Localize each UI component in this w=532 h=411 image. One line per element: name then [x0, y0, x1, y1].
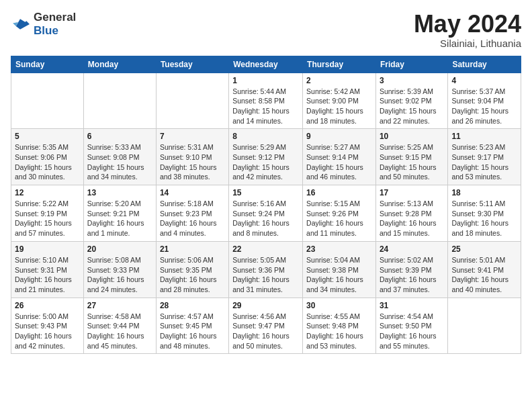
- day-info: Sunrise: 4:55 AMSunset: 9:48 PMDaylight:…: [306, 312, 372, 351]
- empty-cell: [448, 298, 521, 354]
- day-info: Sunrise: 5:23 AMSunset: 9:17 PMDaylight:…: [451, 142, 517, 182]
- day-number: 22: [232, 244, 299, 254]
- day-number: 20: [87, 244, 152, 254]
- day-info: Sunrise: 5:22 AMSunset: 9:19 PMDaylight:…: [15, 199, 80, 238]
- day-number: 7: [160, 132, 225, 141]
- empty-cell: [83, 73, 156, 129]
- week-row-2: 5Sunrise: 5:35 AMSunset: 9:06 PMDaylight…: [11, 129, 521, 185]
- weekday-header-tuesday: Tuesday: [156, 56, 228, 73]
- day-cell-12: 12Sunrise: 5:22 AMSunset: 9:19 PMDayligh…: [11, 185, 84, 242]
- day-number: 14: [160, 188, 225, 197]
- day-number: 6: [87, 132, 152, 141]
- day-cell-20: 20Sunrise: 5:08 AMSunset: 9:33 PMDayligh…: [83, 241, 156, 298]
- day-number: 18: [451, 188, 517, 197]
- empty-cell: [11, 73, 84, 129]
- day-number: 15: [232, 188, 299, 197]
- day-number: 1: [232, 76, 299, 85]
- day-cell-5: 5Sunrise: 5:35 AMSunset: 9:06 PMDaylight…: [11, 129, 84, 185]
- day-number: 4: [451, 76, 517, 85]
- day-number: 27: [87, 301, 152, 310]
- day-cell-25: 25Sunrise: 5:01 AMSunset: 9:41 PMDayligh…: [448, 241, 521, 298]
- week-row-4: 19Sunrise: 5:10 AMSunset: 9:31 PMDayligh…: [11, 241, 521, 298]
- day-cell-9: 9Sunrise: 5:27 AMSunset: 9:14 PMDaylight…: [303, 129, 376, 185]
- day-info: Sunrise: 4:58 AMSunset: 9:44 PMDaylight:…: [87, 312, 152, 351]
- calendar-table: SundayMondayTuesdayWednesdayThursdayFrid…: [11, 56, 521, 355]
- day-info: Sunrise: 5:25 AMSunset: 9:15 PMDaylight:…: [380, 142, 444, 182]
- day-cell-27: 27Sunrise: 4:58 AMSunset: 9:44 PMDayligh…: [83, 298, 156, 354]
- weekday-header-friday: Friday: [375, 56, 447, 73]
- day-number: 16: [306, 188, 372, 197]
- day-info: Sunrise: 5:11 AMSunset: 9:30 PMDaylight:…: [451, 199, 517, 238]
- day-info: Sunrise: 5:31 AMSunset: 9:10 PMDaylight:…: [160, 142, 225, 182]
- logo-general-label: General: [34, 11, 76, 24]
- day-cell-28: 28Sunrise: 4:57 AMSunset: 9:45 PMDayligh…: [156, 298, 228, 354]
- day-number: 30: [306, 301, 372, 310]
- day-cell-15: 15Sunrise: 5:16 AMSunset: 9:24 PMDayligh…: [229, 185, 303, 242]
- day-cell-26: 26Sunrise: 5:00 AMSunset: 9:43 PMDayligh…: [11, 298, 84, 354]
- day-cell-31: 31Sunrise: 4:54 AMSunset: 9:50 PMDayligh…: [375, 298, 447, 354]
- day-cell-2: 2Sunrise: 5:42 AMSunset: 9:00 PMDaylight…: [303, 73, 376, 129]
- weekday-header-saturday: Saturday: [448, 56, 521, 73]
- day-cell-23: 23Sunrise: 5:04 AMSunset: 9:38 PMDayligh…: [303, 241, 376, 298]
- logo-bird-icon: [11, 15, 30, 34]
- svg-marker-0: [16, 19, 30, 30]
- weekday-header-wednesday: Wednesday: [229, 56, 303, 73]
- day-info: Sunrise: 5:08 AMSunset: 9:33 PMDaylight:…: [87, 255, 152, 295]
- location: Silainiai, Lithuania: [414, 38, 521, 49]
- day-info: Sunrise: 5:16 AMSunset: 9:24 PMDaylight:…: [232, 199, 299, 238]
- week-row-3: 12Sunrise: 5:22 AMSunset: 9:19 PMDayligh…: [11, 185, 521, 242]
- day-cell-1: 1Sunrise: 5:44 AMSunset: 8:58 PMDaylight…: [229, 73, 303, 129]
- day-info: Sunrise: 5:15 AMSunset: 9:26 PMDaylight:…: [306, 199, 372, 238]
- day-number: 25: [451, 244, 517, 254]
- day-number: 21: [160, 244, 225, 254]
- day-info: Sunrise: 5:35 AMSunset: 9:06 PMDaylight:…: [15, 142, 80, 182]
- day-cell-18: 18Sunrise: 5:11 AMSunset: 9:30 PMDayligh…: [448, 185, 521, 242]
- empty-cell: [156, 73, 228, 129]
- day-number: 31: [380, 301, 444, 310]
- day-cell-11: 11Sunrise: 5:23 AMSunset: 9:17 PMDayligh…: [448, 129, 521, 185]
- day-info: Sunrise: 4:54 AMSunset: 9:50 PMDaylight:…: [380, 312, 444, 351]
- day-number: 23: [306, 244, 372, 254]
- day-cell-30: 30Sunrise: 4:55 AMSunset: 9:48 PMDayligh…: [303, 298, 376, 354]
- day-info: Sunrise: 5:02 AMSunset: 9:39 PMDaylight:…: [380, 255, 444, 295]
- day-number: 2: [306, 76, 372, 85]
- day-number: 9: [306, 132, 372, 141]
- day-number: 3: [380, 76, 444, 85]
- day-cell-13: 13Sunrise: 5:20 AMSunset: 9:21 PMDayligh…: [83, 185, 156, 242]
- day-info: Sunrise: 5:27 AMSunset: 9:14 PMDaylight:…: [306, 142, 372, 182]
- day-number: 11: [451, 132, 517, 141]
- day-number: 13: [87, 188, 152, 197]
- day-cell-21: 21Sunrise: 5:06 AMSunset: 9:35 PMDayligh…: [156, 241, 228, 298]
- day-cell-3: 3Sunrise: 5:39 AMSunset: 9:02 PMDaylight…: [375, 73, 447, 129]
- day-cell-6: 6Sunrise: 5:33 AMSunset: 9:08 PMDaylight…: [83, 129, 156, 185]
- day-info: Sunrise: 5:37 AMSunset: 9:04 PMDaylight:…: [451, 87, 517, 126]
- day-number: 17: [380, 188, 444, 197]
- day-info: Sunrise: 4:56 AMSunset: 9:47 PMDaylight:…: [232, 312, 299, 351]
- day-info: Sunrise: 5:10 AMSunset: 9:31 PMDaylight:…: [15, 255, 80, 295]
- day-number: 29: [232, 301, 299, 310]
- day-number: 5: [15, 132, 80, 141]
- title-section: May 2024 Silainiai, Lithuania: [414, 11, 521, 49]
- day-cell-24: 24Sunrise: 5:02 AMSunset: 9:39 PMDayligh…: [375, 241, 447, 298]
- week-row-1: 1Sunrise: 5:44 AMSunset: 8:58 PMDaylight…: [11, 73, 521, 129]
- weekday-header-row: SundayMondayTuesdayWednesdayThursdayFrid…: [11, 56, 521, 73]
- day-cell-4: 4Sunrise: 5:37 AMSunset: 9:04 PMDaylight…: [448, 73, 521, 129]
- day-info: Sunrise: 5:18 AMSunset: 9:23 PMDaylight:…: [160, 199, 225, 238]
- day-info: Sunrise: 5:06 AMSunset: 9:35 PMDaylight:…: [160, 255, 225, 295]
- day-number: 8: [232, 132, 299, 141]
- day-cell-16: 16Sunrise: 5:15 AMSunset: 9:26 PMDayligh…: [303, 185, 376, 242]
- day-cell-14: 14Sunrise: 5:18 AMSunset: 9:23 PMDayligh…: [156, 185, 228, 242]
- day-number: 19: [15, 244, 80, 254]
- day-cell-29: 29Sunrise: 4:56 AMSunset: 9:47 PMDayligh…: [229, 298, 303, 354]
- day-cell-10: 10Sunrise: 5:25 AMSunset: 9:15 PMDayligh…: [375, 129, 447, 185]
- day-info: Sunrise: 5:04 AMSunset: 9:38 PMDaylight:…: [306, 255, 372, 295]
- week-row-5: 26Sunrise: 5:00 AMSunset: 9:43 PMDayligh…: [11, 298, 521, 354]
- calendar-page: General Blue May 2024 Silainiai, Lithuan…: [0, 0, 532, 361]
- header: General Blue May 2024 Silainiai, Lithuan…: [11, 11, 521, 49]
- weekday-header-monday: Monday: [83, 56, 156, 73]
- day-number: 12: [15, 188, 80, 197]
- day-info: Sunrise: 5:00 AMSunset: 9:43 PMDaylight:…: [15, 312, 80, 351]
- day-info: Sunrise: 5:42 AMSunset: 9:00 PMDaylight:…: [306, 87, 372, 126]
- day-cell-7: 7Sunrise: 5:31 AMSunset: 9:10 PMDaylight…: [156, 129, 228, 185]
- day-cell-19: 19Sunrise: 5:10 AMSunset: 9:31 PMDayligh…: [11, 241, 84, 298]
